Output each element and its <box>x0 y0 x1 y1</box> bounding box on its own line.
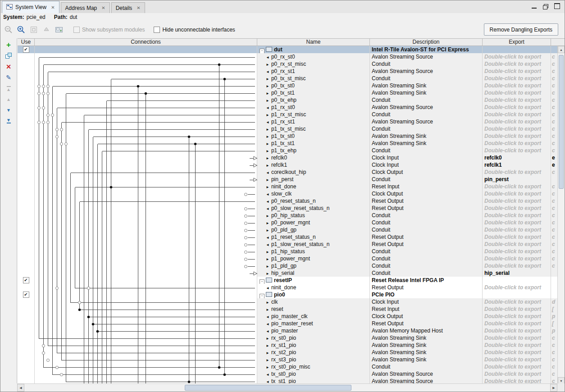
export-cell[interactable]: Double-click to export <box>483 118 551 125</box>
export-cell[interactable]: Double-click to export <box>483 226 551 233</box>
export-cell[interactable]: Double-click to export <box>483 147 551 154</box>
port-row[interactable]: ◄pio_master_clkClock OutputDouble-click … <box>18 313 558 320</box>
export-cell[interactable]: Double-click to export <box>483 320 551 327</box>
collapse-icon[interactable]: - <box>260 279 264 284</box>
export-cell[interactable]: Double-click to export <box>483 284 551 291</box>
export-cell[interactable]: Double-click to export <box>483 334 551 342</box>
hide-unconnectable-checkbox[interactable]: Hide unconnectable interfaces <box>154 27 235 33</box>
move-top-button[interactable]: ▲ <box>3 83 14 93</box>
connections-cell[interactable] <box>35 60 257 68</box>
export-cell[interactable]: Double-click to export <box>483 60 551 68</box>
connections-cell[interactable] <box>35 197 257 205</box>
port-row[interactable]: ►rx_st3_pioAvalon Streaming SinkDouble-c… <box>18 356 558 363</box>
close-icon[interactable]: ✕ <box>101 5 105 10</box>
export-cell[interactable]: Double-click to export <box>483 169 551 176</box>
connections-cell[interactable] <box>35 118 257 125</box>
export-cell[interactable]: Double-click to export <box>483 349 551 356</box>
port-row[interactable]: ►p1_power_mgntConduitDouble-click to exp… <box>18 255 558 262</box>
use-checkbox[interactable]: ✔ <box>23 277 29 283</box>
connections-cell[interactable] <box>35 219 257 226</box>
port-row[interactable]: ►p0_tx_ehpConduitDouble-click to exportc <box>18 96 558 104</box>
zoom-out-icon[interactable] <box>3 24 14 35</box>
export-cell[interactable] <box>483 46 551 53</box>
export-cell[interactable]: Double-click to export <box>483 197 551 205</box>
export-cell[interactable]: Double-click to export <box>483 212 551 219</box>
connections-cell[interactable] <box>35 190 257 197</box>
port-row[interactable]: ►p1_pld_gpConduitDouble-click to exportc <box>18 262 558 269</box>
export-cell[interactable] <box>483 291 551 298</box>
checkbox-box[interactable] <box>154 27 160 33</box>
connections-cell[interactable] <box>35 68 257 75</box>
close-icon[interactable]: ✕ <box>137 5 140 10</box>
collapse-icon[interactable]: - <box>260 294 264 298</box>
close-icon[interactable]: ✕ <box>51 5 55 10</box>
connections-cell[interactable] <box>35 53 257 60</box>
port-row[interactable]: ►p1_tx_st_miscConduitDouble-click to exp… <box>18 125 558 132</box>
port-row[interactable]: ►p0_power_mgntConduitDouble-click to exp… <box>18 219 558 226</box>
tab-details[interactable]: Details ✕ <box>111 2 145 13</box>
connections-cell[interactable] <box>35 313 257 320</box>
export-cell[interactable]: Double-click to export <box>483 219 551 226</box>
port-row[interactable]: ►refclk0Clock Inputrefclk0e <box>18 154 558 161</box>
maximize-icon[interactable] <box>554 3 560 9</box>
connections-cell[interactable] <box>35 147 257 154</box>
port-row[interactable]: ►rx_st0_pioAvalon Streaming SinkDouble-c… <box>18 334 558 342</box>
export-cell[interactable]: Double-click to export <box>483 342 551 349</box>
connections-cell[interactable] <box>35 205 257 212</box>
add-button[interactable]: + <box>3 40 14 50</box>
snapshot-icon[interactable] <box>54 24 64 35</box>
connections-cell[interactable] <box>35 104 257 111</box>
connections-cell[interactable] <box>35 183 257 190</box>
port-row[interactable]: ►p0_rx_st_miscConduitDouble-click to exp… <box>18 60 558 68</box>
export-cell[interactable]: Double-click to export <box>483 140 551 147</box>
port-row[interactable]: ►p0_pld_gpConduitDouble-click to exportc <box>18 226 558 233</box>
tab-system-view[interactable]: System View ✕ <box>2 1 59 13</box>
header-export[interactable]: Export <box>483 39 551 46</box>
export-cell[interactable]: Double-click to export <box>483 370 551 378</box>
port-row[interactable]: ►pin_perstConduitpin_perst <box>18 176 558 183</box>
port-row[interactable]: ►rx_st0_pio_miscConduitDouble-click to e… <box>18 363 558 370</box>
move-up-button[interactable]: ▲ <box>3 94 14 104</box>
export-cell[interactable]: Double-click to export <box>483 255 551 262</box>
horizontal-scroll-thumb[interactable] <box>185 385 351 391</box>
export-cell[interactable]: refclk0 <box>483 154 551 161</box>
show-subsystem-checkbox[interactable]: Show subsystem modules <box>73 27 145 33</box>
export-cell[interactable]: Double-click to export <box>483 298 551 305</box>
port-row[interactable]: ◄p0_slow_reset_status_nReset OutputDoubl… <box>18 205 558 212</box>
port-row[interactable]: ◄p0_rx_st0Avalon Streaming SourceDouble-… <box>18 53 558 60</box>
connections-cell[interactable] <box>35 255 257 262</box>
remove-button[interactable]: ✕ <box>3 62 14 72</box>
export-cell[interactable]: Double-click to export <box>483 313 551 320</box>
connections-cell[interactable] <box>35 291 257 298</box>
vertical-scrollbar[interactable]: ▲ ▼ <box>557 46 565 384</box>
port-row[interactable]: ►p0_hip_statusConduitDouble-click to exp… <box>18 212 558 219</box>
export-cell[interactable] <box>483 277 551 284</box>
zoom-fit-icon[interactable] <box>28 24 39 35</box>
port-row[interactable]: ►p1_tx_st1Avalon Streaming SinkDouble-cl… <box>18 140 558 147</box>
port-row[interactable]: ◄ninit_doneReset OutputDouble-click to e… <box>18 284 558 291</box>
connections-cell[interactable] <box>35 226 257 233</box>
horizontal-scrollbar[interactable]: ◀ ▶ <box>17 383 557 392</box>
port-row[interactable]: ►p1_tx_st0Avalon Streaming SinkDouble-cl… <box>18 132 558 140</box>
export-cell[interactable]: Double-click to export <box>483 356 551 363</box>
export-cell[interactable]: Double-click to export <box>483 75 551 82</box>
connections-cell[interactable] <box>35 176 257 183</box>
export-cell[interactable]: Double-click to export <box>483 241 551 248</box>
scroll-right-icon[interactable]: ▶ <box>550 384 557 392</box>
minimize-icon[interactable] <box>532 4 537 9</box>
export-cell[interactable]: Double-click to export <box>483 262 551 269</box>
port-row[interactable]: ◄pio_masterAvalon Memory Mapped HostDoub… <box>18 327 558 334</box>
port-row[interactable]: ◄p1_rx_st1Avalon Streaming SourceDouble-… <box>18 118 558 125</box>
connections-cell[interactable] <box>35 370 257 378</box>
connections-cell[interactable] <box>35 269 257 277</box>
remove-dangling-exports-button[interactable]: Remove Dangling Exports <box>484 23 558 36</box>
use-checkbox[interactable]: ✔ <box>23 292 29 298</box>
export-cell[interactable]: Double-click to export <box>483 190 551 197</box>
connections-cell[interactable] <box>35 46 257 53</box>
port-row[interactable]: ►rx_st2_pioAvalon Streaming SinkDouble-c… <box>18 349 558 356</box>
header-name[interactable]: Name <box>257 39 370 46</box>
connections-cell[interactable] <box>35 356 257 363</box>
collapse-icon[interactable]: - <box>260 49 264 53</box>
connections-cell[interactable] <box>35 320 257 327</box>
port-row[interactable]: ◄coreclkout_hipClock OutputDouble-click … <box>18 169 558 176</box>
